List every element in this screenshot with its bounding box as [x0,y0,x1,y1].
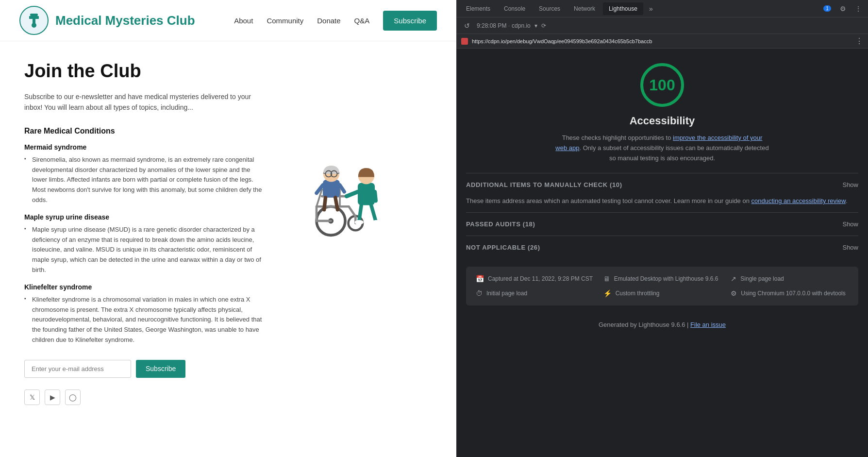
nav-subscribe-button[interactable]: Subscribe [383,11,437,31]
tab-count-badge: 1 [821,3,833,15]
audit-passed-show[interactable]: Show [842,220,858,228]
initial-load-text: Initial page load [486,289,527,298]
footer-throttling: ⚡ Custom throttling [603,289,721,298]
svg-rect-15 [358,183,375,205]
calendar-icon: 📅 [476,275,484,283]
condition-1-desc: Sirenomelia, also known as mermaid syndr… [24,155,262,205]
chromium-icon: ⚙ [731,289,737,297]
score-value: 100 [649,76,675,94]
condition-2: Maple syrup urine disease Maple syrup ur… [24,213,262,275]
footer-emulated: 🖥 Emulated Desktop with Lighthouse 9.6.6 [603,274,721,283]
site-title: Medical Mysteries Club [55,13,195,28]
form-subscribe-button[interactable]: Subscribe [136,360,185,378]
tab-sources[interactable]: Sources [533,2,566,15]
condition-3: Klinefelter syndrome Klinefelter syndrom… [24,283,262,345]
more-options-icon[interactable]: ⋮ [852,3,864,15]
audit-row-manual: ADDITIONAL ITEMS TO MANUALLY CHECK (10) … [466,173,858,196]
dropdown-icon[interactable]: ▾ [534,22,537,29]
chromium-text: Using Chromium 107.0.0.0 with devtools [741,289,845,298]
site-favicon [461,38,468,45]
text-content: Rare Medical Conditions Mermaid syndrome… [24,127,262,405]
refresh-icon[interactable]: ⟳ [541,22,546,29]
audit-passed-label: PASSED AUDITS (18) [466,220,535,228]
footer-captured: 📅 Captured at Dec 11, 2022, 9:28 PM CST [476,274,594,283]
score-section: 100 Accessibility These checks highlight… [456,49,868,173]
emulated-text: Emulated Desktop with Lighthouse 9.6.6 [614,274,718,283]
devtools-topbar: Elements Console Sources Network Lightho… [456,0,868,17]
timer-icon: ⏱ [476,289,483,297]
captured-text: Captured at Dec 11, 2022, 9:28 PM CST [488,274,593,283]
throttle-icon: ⚡ [603,289,612,297]
score-description: These checks highlight opportunities to … [555,133,769,163]
audit-row-na: NOT APPLICABLE (26) Show [466,236,858,259]
footer-single-page: ↗ Single page load [731,274,849,283]
audit-manual-show[interactable]: Show [842,181,858,188]
footer-initial-load: ⏱ Initial page load [476,289,594,298]
svg-point-18 [372,220,381,224]
intro-text: Subscribe to our e-newsletter and have m… [24,91,262,113]
footer-info-box: 📅 Captured at Dec 11, 2022, 9:28 PM CST … [466,267,858,305]
tab-lighthouse[interactable]: Lighthouse [603,2,643,15]
devtools-panel: Elements Console Sources Network Lightho… [456,0,868,457]
twitter-icon[interactable]: 𝕏 [24,389,40,405]
nav-links: About Community Donate Q&A Subscribe [234,11,437,31]
svg-rect-8 [323,180,340,198]
audit-row-passed: PASSED AUDITS (18) Show [466,212,858,236]
audit-na-show[interactable]: Show [842,244,858,251]
desktop-icon: 🖥 [603,275,610,283]
condition-3-desc: Klinefelter syndrome is a chromosomal va… [24,295,262,345]
condition-1-title: Mermaid syndrome [24,143,262,151]
condition-1: Mermaid syndrome Sirenomelia, also known… [24,143,262,205]
nav: Medical Mysteries Club About Community D… [0,0,456,41]
nav-donate[interactable]: Donate [317,17,340,25]
accessibility-review-link[interactable]: conducting an accessibility review [751,197,846,204]
main-content: Join the Club Subscribe to our e-newslet… [0,41,456,424]
illustration [272,127,408,405]
wheelchair-illustration [282,127,398,243]
svg-point-4 [32,23,36,28]
page-heading: Join the Club [24,61,432,82]
tab-console[interactable]: Console [498,2,531,15]
email-input[interactable] [24,360,131,378]
instagram-icon[interactable]: ◯ [65,389,81,405]
nav-community[interactable]: Community [267,17,303,25]
url-more-icon[interactable]: ⋮ [855,36,863,46]
dt-top-icons: 1 ⚙ ⋮ [821,3,864,15]
devtools-url: https://cdpn.io/pen/debug/VwdOaqp/ee0945… [472,38,851,44]
footer-chromium: ⚙ Using Chromium 107.0.0.0 with devtools [731,289,849,298]
tab-network[interactable]: Network [568,2,601,15]
single-page-text: Single page load [740,274,784,283]
website-panel: Medical Mysteries Club About Community D… [0,0,456,457]
audit-manual-label: ADDITIONAL ITEMS TO MANUALLY CHECK (10) [466,181,622,188]
nav-qa[interactable]: Q&A [354,17,370,25]
devtools-urlrow: https://cdpn.io/pen/debug/VwdOaqp/ee0945… [456,34,868,49]
section-heading: Rare Medical Conditions [24,127,262,135]
file-issue-link[interactable]: File an issue [690,321,726,328]
devtools-time: 9:28:08 PM - cdpn.io [477,22,531,29]
settings-icon[interactable]: ⚙ [837,3,849,15]
audit-na-label: NOT APPLICABLE (26) [466,244,540,251]
reload-icon[interactable]: ↺ [461,20,473,32]
subscribe-form: Subscribe [24,360,262,378]
site-logo [19,6,49,35]
condition-3-title: Klinefelter syndrome [24,283,262,291]
nav-about[interactable]: About [234,17,253,25]
audit-sections: ADDITIONAL ITEMS TO MANUALLY CHECK (10) … [456,173,868,259]
condition-2-desc: Maple syrup urine disease (MSUD) is a ra… [24,225,262,275]
svg-point-17 [354,220,363,224]
tab-count: 1 [823,5,831,12]
social-icons: 𝕏 ▶ ◯ [24,389,262,405]
throttling-text: Custom throttling [616,289,660,298]
score-title: Accessibility [630,115,695,127]
audit-manual-desc: These items address areas which an autom… [466,196,858,212]
content-area: Rare Medical Conditions Mermaid syndrome… [24,127,432,405]
svg-rect-3 [29,16,39,19]
twitch-icon[interactable]: ▶ [45,389,60,405]
lighthouse-content: 100 Accessibility These checks highlight… [456,49,868,457]
condition-2-title: Maple syrup urine disease [24,213,262,221]
tab-elements[interactable]: Elements [460,2,496,15]
more-tabs-icon[interactable]: » [645,3,657,15]
accessibility-score-circle: 100 [640,63,684,107]
page-icon: ↗ [731,275,736,283]
devtools-addrbar: ↺ 9:28:08 PM - cdpn.io ▾ ⟳ [456,17,868,34]
